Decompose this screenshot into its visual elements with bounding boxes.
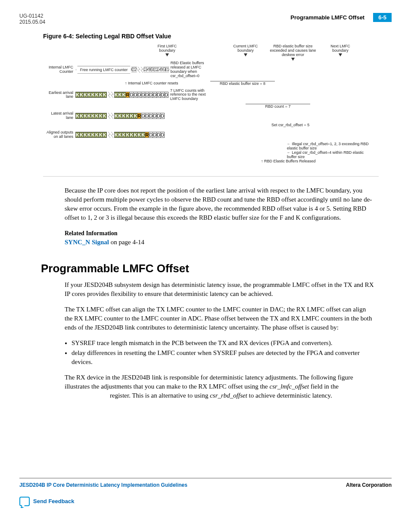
note-lmfc-counts: 7 LMFC counts with reference to the next… [170, 89, 209, 102]
csr-lmfc-offset-term: csr_lmfc_offset [270, 383, 309, 390]
row-label-earliest: Earliest arrival lane [43, 91, 73, 100]
section-content: If your JESD204B subsystem design has de… [65, 280, 374, 400]
row-label-aligned: Aligned outputs on all lanes [43, 131, 73, 139]
page-footer: JESD204B IP Core Deterministic Latency I… [19, 478, 392, 488]
break-icon [137, 66, 144, 74]
section-title: Programmable LMFC Offset [41, 262, 374, 275]
lane-cell: K [103, 113, 107, 119]
lane-cell: D [160, 113, 165, 119]
break-icon [107, 112, 115, 120]
note-elastic-release: RBD Elastic buffers released at LMFC bou… [171, 61, 209, 78]
footer-chapter-link[interactable]: JESD204B IP Core Deterministic Latency I… [19, 482, 187, 488]
header-left: UG-01142 2015.05.04 [19, 13, 45, 25]
row-aligned: Aligned outputs on all lanes KKKKKKKK KK… [43, 131, 379, 139]
latest-seq2: KKKKKKRDDDDDD [115, 112, 165, 119]
bullet-list: SYSREF trace length mismatch in the PCB … [72, 339, 374, 367]
earliest-seq2: KKKRDDDDDDDDDD [115, 91, 168, 98]
label-current-lmfc: Current LMFC boundary [228, 44, 263, 56]
aligned-seq1: KKKKKKKK [76, 131, 107, 138]
annot-rbd-count: RBD count = 7 [246, 104, 310, 109]
paragraph-1: Because the IP core does not report the … [65, 186, 374, 222]
earliest-annotations: RBD count = 7 [43, 104, 379, 112]
counter-seq2: 2345670123456701 [144, 66, 169, 74]
annot-reset: ↑ Internal LMFC counter resets [125, 81, 178, 85]
counter-annotations: ↑ Internal LMFC counter resets RBD elast… [43, 81, 379, 89]
label-first-lmfc: First LMFC boundary [150, 44, 184, 56]
csr-rbd-offset-term: csr_rbd_offset [210, 392, 247, 399]
header-right: Programmable LMFC Offset 6-5 [290, 13, 392, 22]
aligned-seq2: KKKKKKKKRDDDD [115, 131, 165, 138]
row-label-latest: Latest arrival lane [43, 112, 73, 120]
bullet-2: delay differences in resetting the LMFC … [72, 348, 374, 367]
row-lmfc-counter: Internal LMFC Counter Free running LMFC … [43, 61, 379, 78]
paragraph-3: The TX LMFC offset can align the TX LMFC… [65, 305, 374, 332]
related-info-heading: Related Information [65, 230, 374, 237]
footer-corp: Altera Corporation [346, 482, 392, 488]
counter-cell: 1 [166, 67, 170, 72]
sync-n-signal-link[interactable]: SYNC_N Signal [65, 239, 109, 246]
latest-annotations: Set csr_rbd_offset = 5 [43, 123, 379, 131]
lane-cell: D [160, 132, 165, 138]
label-deskew-error: RBD elastic buffer size exceeded and cau… [267, 44, 319, 61]
paragraph-4: The RX device in the JESD204B link is re… [65, 373, 374, 400]
break-icon [107, 131, 115, 139]
doc-id: UG-01142 [19, 13, 45, 19]
header-topic: Programmable LMFC Offset [290, 14, 364, 21]
label-next-lmfc: Next LMFC boundary [323, 44, 358, 56]
send-feedback-link[interactable]: Send Feedback [33, 498, 74, 504]
latest-seq1: KKKKKKKK [76, 112, 107, 119]
lane-cell: D [164, 92, 168, 98]
annot-legal: ← Legal csr_rbd_offset=4 within RBD elas… [287, 150, 373, 159]
figure-title: Figure 6-4: Selecting Legal RBD Offset V… [43, 33, 392, 40]
link-suffix: on page 4-14 [109, 239, 144, 246]
paragraph-2: If your JESD204B subsystem design has de… [65, 280, 374, 299]
page-number-badge: 6-5 [373, 13, 392, 22]
body-content: Because the IP core does not report the … [65, 186, 374, 247]
annot-released: ↑ RBD Elastic Buffers Released [261, 159, 315, 163]
break-icon [107, 91, 115, 99]
related-link-line: SYNC_N Signal on page 4-14 [65, 238, 374, 247]
figure-6-4: First LMFC boundary Current LMFC boundar… [43, 44, 379, 177]
aligned-annotations: ← Illegal csr_rbd_offset=1, 2, 3 exceedi… [76, 142, 379, 168]
lane-cell: K [103, 92, 107, 98]
lane-cell: K [103, 132, 107, 138]
row-latest: Latest arrival lane KKKKKKKK KKKKKKRDDDD… [43, 112, 379, 120]
counter-seq1: 012 [132, 66, 137, 74]
page-header: UG-01142 2015.05.04 Programmable LMFC Of… [19, 13, 392, 25]
freerun-block: Free running LMFC counter [76, 66, 132, 74]
figure-top-labels: First LMFC boundary Current LMFC boundar… [43, 44, 379, 61]
earliest-seq1: KKKKKKKK [76, 91, 107, 98]
annot-set-offset: Set csr_rbd_offset = 5 [271, 123, 309, 127]
speech-bubble-icon [19, 497, 30, 506]
annot-elastic-size: RBD elastic buffer size = 8 [210, 81, 275, 86]
doc-date: 2015.05.04 [19, 19, 45, 25]
bullet-1: SYSREF trace length mismatch in the PCB … [72, 339, 374, 348]
send-feedback[interactable]: Send Feedback [19, 497, 392, 506]
row-earliest: Earliest arrival lane KKKKKKKK KKKRDDDDD… [43, 89, 379, 102]
row-label-counter: Internal LMFC Counter [43, 65, 73, 74]
annot-illegal: ← Illegal csr_rbd_offset=1, 2, 3 exceedi… [287, 142, 373, 150]
